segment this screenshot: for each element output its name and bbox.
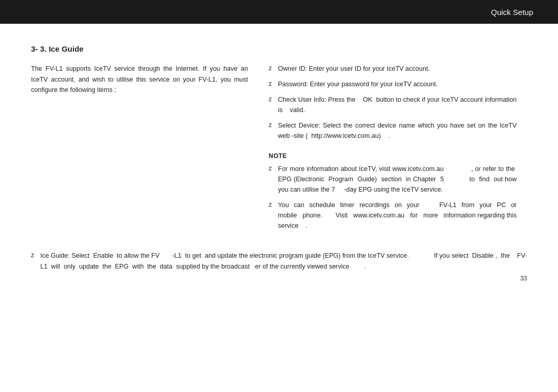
bottom-section: Ice Guide: Select Enable to allow the FV… [31,250,527,272]
bottom-bullet-1: Ice Guide: Select Enable to allow the FV… [31,250,527,272]
bullet-password: Password: Enter your password for your I… [269,79,517,89]
right-column: Owner ID: Enter your user ID for your Ic… [269,64,517,236]
intro-text: The FV-L1 supports IceTV service through… [31,64,248,96]
section-heading: 3- 3. Ice Guide [31,44,527,53]
note-bullet-list: For more information about IceTV, visit … [269,164,517,231]
note-bullet-1: For more information about IceTV, visit … [269,164,517,195]
bullet-check-user: Check User Info: Press the OK button to … [269,95,517,115]
header-bar: Quick Setup [0,0,558,24]
note-label: NOTE [269,152,517,160]
left-column: The FV-L1 supports IceTV service through… [31,64,248,236]
bullet-owner-id: Owner ID: Enter your user ID for your Ic… [269,64,517,74]
note-section: NOTE For more information about IceTV, v… [269,152,517,231]
page-content: 3- 3. Ice Guide The FV-L1 supports IceTV… [0,24,558,291]
page-number: 33 [520,275,527,282]
bottom-bullet-list: Ice Guide: Select Enable to allow the FV… [31,250,527,272]
two-column-layout: The FV-L1 supports IceTV service through… [31,64,527,236]
header-title: Quick Setup [491,8,533,17]
note-bullet-2: You can schedule timer recordings on you… [269,200,517,231]
bullet-select-device: Select Device: Select the correct device… [269,120,517,141]
right-bullet-list: Owner ID: Enter your user ID for your Ic… [269,64,517,141]
